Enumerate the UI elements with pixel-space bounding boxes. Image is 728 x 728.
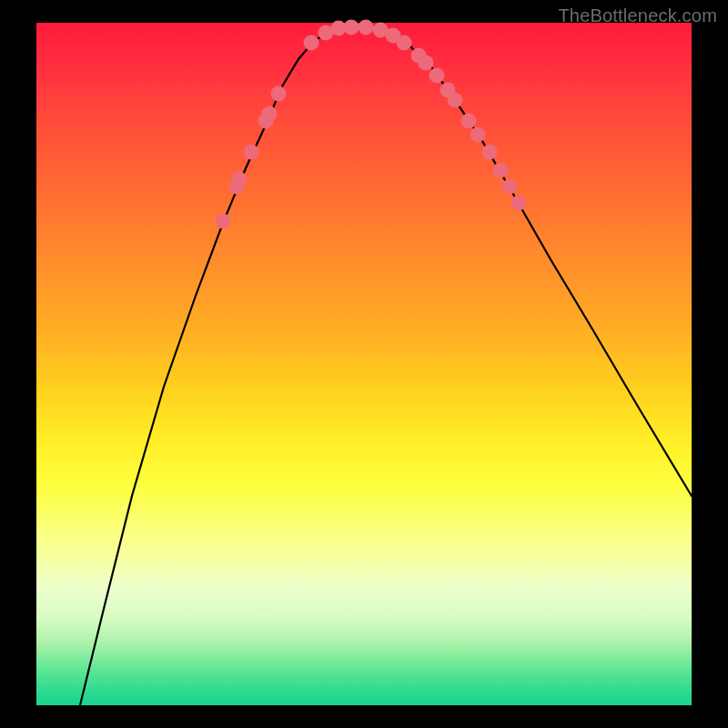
sample-point — [493, 163, 509, 178]
sample-point — [482, 145, 498, 160]
sample-point — [271, 86, 287, 102]
sample-point — [232, 172, 248, 187]
sample-point — [216, 214, 231, 229]
sample-point — [502, 179, 518, 195]
sample-point — [344, 20, 359, 35]
sample-point — [359, 20, 374, 35]
sample-point — [419, 56, 434, 71]
sample-point — [448, 93, 463, 108]
sample-point — [304, 35, 319, 51]
bottleneck-curve — [80, 27, 692, 705]
watermark: TheBottleneck.com — [558, 5, 717, 26]
sample-point — [511, 196, 527, 211]
sample-point — [470, 127, 486, 143]
sample-point — [262, 106, 278, 122]
chart-frame: TheBottleneck.com — [0, 0, 728, 728]
sample-point — [461, 114, 477, 129]
sample-point — [397, 35, 412, 51]
sample-point — [430, 68, 445, 84]
sample-points-group — [216, 20, 527, 229]
sample-point — [244, 145, 259, 160]
chart-svg — [36, 23, 692, 705]
